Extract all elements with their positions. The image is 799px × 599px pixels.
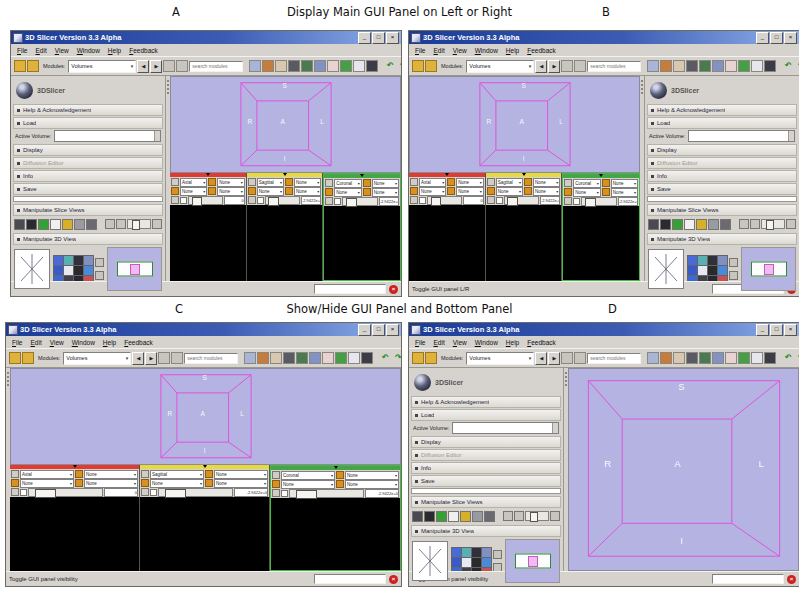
label-dropdown[interactable]: None▾ [334, 188, 361, 197]
redo-icon[interactable]: ↷ [392, 352, 402, 364]
home-module-icon[interactable] [257, 352, 269, 364]
slice-color-bar-red[interactable] [409, 173, 485, 177]
colors-module-icon[interactable] [340, 60, 352, 72]
slice-visibility-checkbox[interactable] [496, 197, 503, 204]
menu-file[interactable]: File [411, 339, 430, 346]
models-module-icon[interactable] [296, 352, 308, 364]
slider-thumb[interactable] [192, 197, 203, 206]
section-load[interactable]: Load [647, 117, 797, 129]
slice-offset-value[interactable]: -2.9422e+0 [365, 489, 399, 498]
module-back-button[interactable]: ◀ [535, 60, 547, 73]
slider-thumb[interactable] [585, 198, 596, 207]
foreground-layer-icon[interactable] [447, 178, 455, 186]
undo-icon[interactable]: ↶ [782, 60, 794, 72]
volumes-module-icon[interactable] [686, 352, 698, 364]
colors-module-icon[interactable] [335, 352, 347, 364]
slice-visibility-checkbox[interactable] [281, 490, 288, 497]
editor-module-icon[interactable] [353, 60, 365, 72]
3d-view[interactable]: S R A L I [568, 368, 799, 571]
layout-select-icon[interactable] [176, 60, 188, 72]
foreground-dropdown[interactable]: None▾ [611, 179, 638, 188]
transforms-module-icon[interactable] [314, 60, 326, 72]
slice-color-bar-red[interactable] [170, 173, 246, 177]
navigation-toggle-icon[interactable] [729, 271, 738, 280]
label-dropdown[interactable]: None▾ [150, 479, 204, 488]
toggle-fade-button[interactable] [786, 219, 796, 229]
section-help-acknowledgement[interactable]: Help & Acknowledgement [13, 104, 163, 116]
view-axis-widget[interactable] [648, 249, 684, 289]
label-layer-icon[interactable] [487, 187, 495, 195]
save-scene-icon[interactable] [425, 352, 437, 364]
module-search-input[interactable] [184, 353, 238, 364]
active-volume-dropdown[interactable] [452, 422, 559, 434]
background-dropdown[interactable]: None▾ [611, 188, 638, 197]
visibility-toggle-icon[interactable] [493, 550, 502, 559]
search-modules-icon[interactable] [647, 352, 659, 364]
slice-spaces-icon[interactable] [684, 219, 695, 230]
layout-select-icon[interactable] [574, 60, 586, 72]
opacity-icon[interactable] [514, 511, 524, 521]
measurements-module-icon[interactable] [764, 60, 776, 72]
window-titlebar[interactable]: 3D Slicer Version 3.3 Alpha _ □ × [409, 31, 799, 44]
cancel-task-button[interactable]: × [389, 575, 398, 584]
section-info[interactable]: Info [411, 462, 561, 474]
slice-offset-slider[interactable] [427, 196, 462, 205]
menu-window[interactable]: Window [471, 339, 502, 346]
slice-offset-value[interactable]: -2.9422e+0 [379, 197, 399, 206]
fiducials-module-icon[interactable] [327, 60, 339, 72]
slice-offset-slider[interactable] [158, 488, 233, 497]
navigation-preview[interactable] [505, 539, 560, 583]
close-button[interactable]: × [784, 324, 797, 336]
section-diffusion-editor[interactable]: Diffusion Editor [13, 157, 163, 169]
slider-thumb[interactable] [165, 489, 186, 498]
slice-offset-slider[interactable] [28, 488, 103, 497]
menu-view[interactable]: View [46, 339, 68, 346]
home-module-icon[interactable] [262, 60, 274, 72]
panel-splitter[interactable] [640, 76, 644, 281]
background-dropdown[interactable]: None▾ [456, 187, 483, 196]
slice-offset-slider[interactable] [289, 489, 364, 498]
slice-menu-icon[interactable] [141, 470, 149, 478]
module-history-icon[interactable] [158, 352, 170, 364]
module-search-input[interactable] [587, 353, 641, 364]
background-layer-icon[interactable] [336, 480, 344, 488]
undo-icon[interactable]: ↶ [782, 352, 794, 364]
slice-render-area-red[interactable] [409, 205, 485, 281]
slice-annotation-icon[interactable] [424, 511, 435, 522]
minimize-button[interactable]: _ [756, 32, 769, 44]
slider-thumb[interactable] [268, 197, 279, 206]
fade-icon[interactable] [503, 511, 513, 521]
slice-color-bar-yellow[interactable] [140, 465, 269, 469]
label-layer-icon[interactable] [171, 187, 179, 195]
slice-labels-icon[interactable] [62, 219, 73, 230]
slice-layout-icon[interactable] [412, 511, 423, 522]
fiducials-module-icon[interactable] [725, 352, 737, 364]
slice-offset-value[interactable]: -2.9422e+0 [618, 197, 638, 206]
menu-help[interactable]: Help [502, 47, 523, 54]
editor-module-icon[interactable] [348, 352, 360, 364]
menu-feedback[interactable]: Feedback [125, 47, 162, 54]
models-module-icon[interactable] [699, 352, 711, 364]
slice-color-bar-green[interactable] [271, 466, 400, 470]
measurements-module-icon[interactable] [366, 60, 378, 72]
orientation-dropdown[interactable]: Sagittal▾ [150, 470, 204, 479]
slider-thumb[interactable] [296, 490, 317, 499]
slice-compositing-icon[interactable] [720, 219, 731, 230]
window-titlebar[interactable]: 3D Slicer Version 3.3 Alpha _ □ × [6, 323, 401, 336]
slice-visibility-checkbox[interactable] [419, 197, 426, 204]
slice-visibility-checkbox[interactable] [257, 197, 264, 204]
slice-compositing-icon[interactable] [484, 511, 495, 522]
background-layer-icon[interactable] [285, 187, 293, 195]
label-dropdown[interactable]: None▾ [419, 187, 446, 196]
fiducials-module-icon[interactable] [725, 60, 737, 72]
slice-annotation-icon[interactable] [660, 219, 671, 230]
menu-help[interactable]: Help [99, 339, 120, 346]
foreground-layer-icon[interactable] [208, 178, 216, 186]
orientation-dropdown[interactable]: Axial▾ [20, 470, 74, 479]
slider-thumb[interactable] [35, 489, 56, 498]
section-help-acknowledgement[interactable]: Help & Acknowledgement [411, 396, 561, 408]
menu-help[interactable]: Help [104, 47, 125, 54]
foreground-dropdown[interactable]: None▾ [372, 179, 399, 188]
module-back-button[interactable]: ◀ [132, 352, 144, 365]
background-layer-icon[interactable] [447, 187, 455, 195]
